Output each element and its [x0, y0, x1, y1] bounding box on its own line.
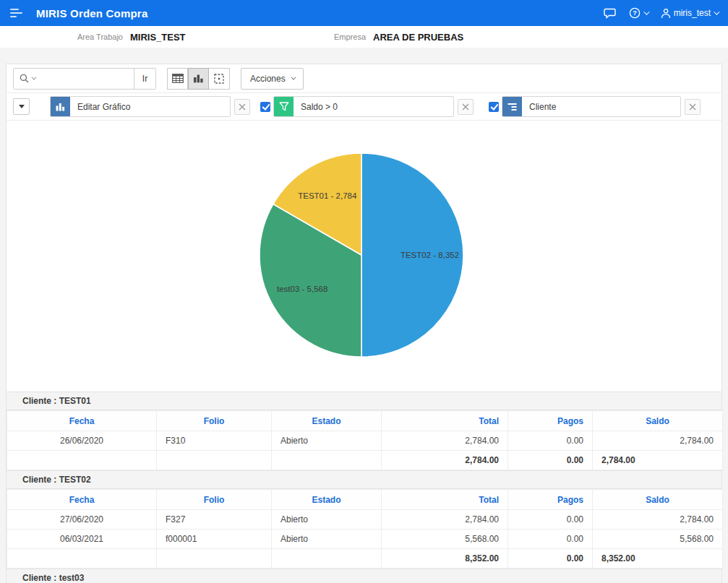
cell-total: 5,568.00 [382, 530, 508, 549]
total-cell-estado [272, 549, 382, 569]
remove-chart-button[interactable] [234, 99, 250, 115]
edit-chart-control[interactable]: Editar Gráfico [50, 96, 231, 117]
saldo-filter-checkbox[interactable] [260, 102, 270, 112]
table-header-row: FechaFolioEstadoTotalPagosSaldo [7, 411, 723, 431]
actions-label: Acciones [250, 74, 286, 84]
app-header: MIRIS Orden Compra ? [0, 0, 728, 26]
cell-pagos: 0.00 [508, 431, 593, 451]
cell-folio: f000001 [157, 530, 272, 549]
report-view-icon [172, 74, 184, 83]
cell-total: 2,784.00 [382, 510, 508, 530]
area-trabajo-value: MIRIS_TEST [130, 32, 186, 43]
filter-row: Editar Gráfico Saldo > 0 [7, 92, 721, 120]
chevron-down-icon [714, 9, 719, 14]
actions-button[interactable]: Acciones [241, 68, 304, 90]
pie-label-TEST02: TEST02 - 8,352 [401, 251, 459, 259]
total-cell-folio [157, 549, 272, 569]
chart-region: TEST02 - 8,352test03 - 5,568TEST01 - 2,7… [7, 120, 721, 386]
column-header-folio[interactable]: Folio [157, 411, 272, 431]
search-icon [20, 74, 29, 83]
column-header-saldo[interactable]: Saldo [593, 490, 723, 510]
column-header-fecha[interactable]: Fecha [7, 490, 157, 510]
totals-row: 2,784.000.002,784.00 [7, 451, 723, 470]
group-header: Cliente : TEST02 [7, 470, 721, 489]
cell-folio: F327 [157, 510, 272, 530]
close-icon [239, 103, 246, 111]
cell-estado: Abierto [272, 530, 382, 549]
cell-pagos: 0.00 [508, 510, 593, 530]
pie-chart: TEST02 - 8,352test03 - 5,568TEST01 - 2,7… [253, 147, 470, 363]
go-button[interactable]: Ir [134, 69, 155, 89]
help-menu-button[interactable]: ? [629, 7, 648, 19]
table-row: 27/06/2020F327Abierto2,784.000.002,784.0… [7, 510, 723, 530]
report-toolbar: Ir [7, 64, 721, 92]
report-view-button[interactable] [167, 68, 188, 90]
detail-view-button[interactable] [209, 68, 230, 90]
remove-saldo-filter-button[interactable] [458, 99, 474, 115]
empresa-label: Empresa [334, 33, 366, 41]
edit-chart-label: Editar Gráfico [70, 102, 137, 112]
breadcrumb-empresa: Empresa AREA DE PRUEBAS [334, 26, 463, 48]
cell-total: 2,784.00 [382, 431, 508, 451]
total-cell-total: 2,784.00 [382, 451, 508, 470]
table-header-row: FechaFolioEstadoTotalPagosSaldo [7, 490, 723, 510]
totals-row: 8,352.000.008,352.00 [7, 549, 723, 569]
cell-estado: Abierto [272, 510, 382, 530]
column-header-total[interactable]: Total [382, 490, 508, 510]
report-settings-toggle[interactable] [13, 98, 30, 115]
breadcrumb: Area Trabajo MIRIS_TEST Empresa AREA DE … [0, 26, 728, 48]
total-cell-saldo: 8,352.00 [593, 549, 723, 569]
menu-icon[interactable] [10, 7, 25, 19]
break-checkbox[interactable] [489, 102, 499, 112]
column-header-saldo[interactable]: Saldo [593, 411, 723, 431]
total-cell-pagos: 0.00 [508, 549, 593, 569]
search-options-button[interactable] [14, 69, 40, 89]
breadcrumb-area-trabajo: Area Trabajo MIRIS_TEST [77, 26, 186, 48]
pie-label-TEST01: TEST01 - 2,784 [298, 191, 357, 200]
column-header-pagos[interactable]: Pagos [508, 411, 593, 431]
cell-saldo: 2,784.00 [593, 510, 723, 530]
cell-pagos: 0.00 [508, 530, 593, 549]
saldo-filter-control[interactable]: Saldo > 0 [273, 96, 454, 117]
cell-saldo: 2,784.00 [593, 431, 723, 451]
total-cell-folio [157, 451, 272, 470]
control-break-control[interactable]: Cliente [502, 96, 681, 117]
column-header-folio[interactable]: Folio [157, 490, 272, 510]
report-groups: Cliente : TEST01FechaFolioEstadoTotalPag… [7, 386, 721, 583]
empresa-value: AREA DE PRUEBAS [373, 32, 463, 43]
total-cell-total: 8,352.00 [382, 549, 508, 569]
group-header: Cliente : test03 [7, 569, 721, 583]
interactive-report-card: Ir [6, 64, 722, 583]
chevron-down-icon [643, 9, 649, 14]
view-toggle-group [167, 68, 230, 90]
total-cell-pagos: 0.00 [508, 451, 593, 470]
close-icon [462, 103, 469, 111]
pie-label-test03: test03 - 5,568 [277, 285, 327, 293]
triangle-down-icon [19, 105, 25, 108]
column-header-estado[interactable]: Estado [272, 411, 382, 431]
page-body: Ir [0, 48, 728, 583]
app-title: MIRIS Orden Compra [36, 7, 147, 20]
user-menu-button[interactable]: miris_test [661, 8, 718, 19]
total-cell-fecha [7, 451, 157, 470]
total-cell-saldo: 2,784.00 [593, 451, 723, 470]
column-header-fecha[interactable]: Fecha [7, 411, 157, 431]
detail-view-icon [214, 74, 224, 84]
area-trabajo-label: Area Trabajo [77, 33, 123, 41]
bar-chart-icon [51, 96, 70, 117]
table-row: 26/06/2020F310Abierto2,784.000.002,784.0… [7, 431, 723, 451]
close-icon [689, 103, 696, 111]
filter-funnel-icon [274, 96, 294, 117]
remove-break-button[interactable] [685, 99, 701, 115]
search-input[interactable] [40, 69, 134, 89]
report-table: FechaFolioEstadoTotalPagosSaldo26/06/202… [7, 410, 723, 470]
column-header-pagos[interactable]: Pagos [508, 490, 593, 510]
cell-folio: F310 [157, 431, 272, 451]
chart-view-button[interactable] [188, 68, 209, 90]
column-header-total[interactable]: Total [382, 411, 508, 431]
chat-button[interactable] [604, 8, 616, 19]
chart-view-icon [193, 74, 204, 83]
cell-fecha: 06/03/2021 [7, 530, 157, 549]
control-break-icon [502, 96, 522, 117]
column-header-estado[interactable]: Estado [272, 490, 382, 510]
